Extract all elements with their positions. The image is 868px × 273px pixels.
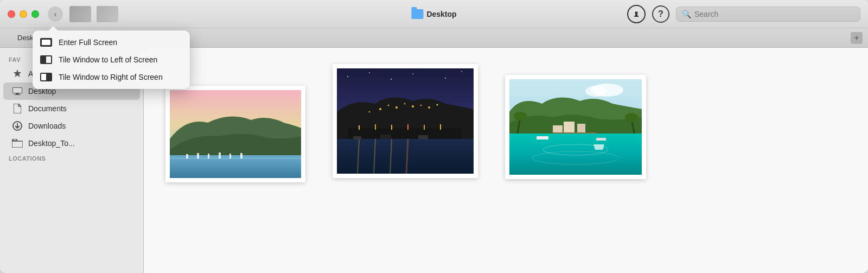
svg-rect-65 — [537, 136, 548, 139]
tile-right-label: Tile Window to Right of Screen — [59, 73, 163, 81]
menu-item-fullscreen[interactable]: Enter Full Screen — [33, 34, 190, 51]
svg-rect-59 — [577, 124, 585, 134]
svg-rect-37 — [359, 125, 360, 130]
finder-window: ‹ Desktop — [0, 0, 868, 273]
traffic-lights — [8, 10, 39, 18]
main-content — [144, 48, 868, 273]
svg-rect-38 — [375, 124, 376, 130]
svg-point-21 — [347, 76, 348, 77]
svg-rect-50 — [418, 135, 428, 139]
locations-label: Locations — [0, 152, 143, 164]
desktop-to-label: Desktop_To... — [28, 139, 75, 148]
svg-rect-17 — [229, 154, 231, 158]
svg-rect-40 — [407, 124, 409, 130]
svg-point-26 — [461, 71, 462, 72]
svg-rect-5 — [16, 93, 19, 94]
svg-rect-18 — [240, 153, 242, 158]
svg-rect-19 — [170, 158, 301, 159]
title-text: Desktop — [426, 10, 456, 18]
downloads-icon — [12, 120, 23, 131]
svg-point-3 — [636, 10, 637, 11]
svg-point-57 — [625, 113, 638, 122]
svg-rect-14 — [197, 153, 199, 158]
menu-item-tile-right[interactable]: Tile Window to Right of Screen — [33, 68, 190, 86]
svg-point-28 — [388, 105, 390, 106]
svg-rect-36 — [348, 128, 462, 139]
documents-icon — [12, 103, 23, 114]
search-bar[interactable]: 🔍 — [676, 7, 860, 22]
svg-point-30 — [404, 103, 406, 105]
svg-point-35 — [437, 104, 438, 106]
search-icon: 🔍 — [682, 10, 691, 18]
svg-rect-49 — [380, 135, 391, 139]
downloads-label: Downloads — [28, 122, 66, 130]
fullscreen-icon — [40, 38, 52, 47]
svg-rect-15 — [208, 154, 209, 158]
svg-rect-42 — [440, 124, 441, 130]
svg-point-34 — [428, 106, 430, 109]
sidebar-item-documents[interactable]: Documents — [3, 100, 140, 117]
svg-rect-60 — [553, 125, 563, 134]
svg-rect-7 — [13, 88, 22, 93]
svg-rect-10 — [12, 141, 23, 148]
svg-point-53 — [585, 86, 607, 97]
search-input[interactable] — [694, 10, 854, 18]
close-button[interactable] — [8, 10, 15, 18]
svg-rect-41 — [424, 125, 425, 130]
svg-point-27 — [379, 108, 381, 110]
add-tab-button[interactable]: + — [851, 32, 863, 44]
svg-point-23 — [391, 79, 392, 80]
menu-item-tile-left[interactable]: Tile Window to Left of Screen — [33, 51, 190, 68]
back-button[interactable]: ‹ — [48, 7, 63, 22]
titlebar-center: Desktop — [411, 9, 456, 19]
tile-left-icon — [40, 55, 52, 64]
svg-rect-58 — [564, 122, 575, 134]
documents-label: Documents — [28, 104, 67, 113]
svg-point-31 — [412, 105, 414, 107]
svg-point-32 — [420, 105, 422, 106]
minimize-button[interactable] — [20, 10, 27, 18]
svg-rect-62 — [509, 134, 642, 175]
construction-icon[interactable] — [627, 5, 646, 23]
desktop-icon — [12, 86, 23, 97]
applications-icon — [12, 68, 23, 79]
image-thumb-1[interactable] — [165, 86, 305, 182]
titlebar: ‹ Desktop — [0, 0, 868, 28]
svg-point-24 — [412, 73, 413, 74]
titlebar-right: ? 🔍 — [627, 5, 860, 23]
svg-point-55 — [514, 112, 527, 120]
tile-left-label: Tile Window to Left of Screen — [59, 55, 157, 64]
svg-rect-2 — [634, 16, 639, 17]
svg-rect-13 — [186, 154, 188, 158]
tile-right-icon — [40, 73, 52, 81]
window-title: Desktop — [411, 9, 456, 19]
svg-point-25 — [445, 78, 446, 79]
help-button[interactable]: ? — [652, 5, 669, 23]
svg-point-22 — [369, 72, 370, 73]
svg-rect-6 — [14, 94, 21, 95]
folder-icon — [411, 9, 423, 19]
svg-rect-39 — [391, 125, 392, 130]
svg-rect-66 — [596, 138, 606, 141]
maximize-button[interactable] — [31, 10, 39, 18]
svg-rect-16 — [219, 153, 221, 158]
sidebar-item-desktop-to[interactable]: Desktop_To... — [3, 135, 140, 152]
fullscreen-label: Enter Full Screen — [59, 38, 117, 47]
sidebar-item-downloads[interactable]: Downloads — [3, 117, 140, 135]
svg-point-29 — [395, 106, 398, 109]
desktop-to-icon — [12, 138, 23, 149]
image-thumb-2[interactable] — [333, 64, 478, 178]
svg-rect-48 — [353, 136, 361, 139]
image-thumb-3[interactable] — [505, 75, 646, 179]
context-menu: Enter Full Screen Tile Window to Left of… — [33, 30, 190, 89]
svg-point-33 — [369, 111, 371, 113]
